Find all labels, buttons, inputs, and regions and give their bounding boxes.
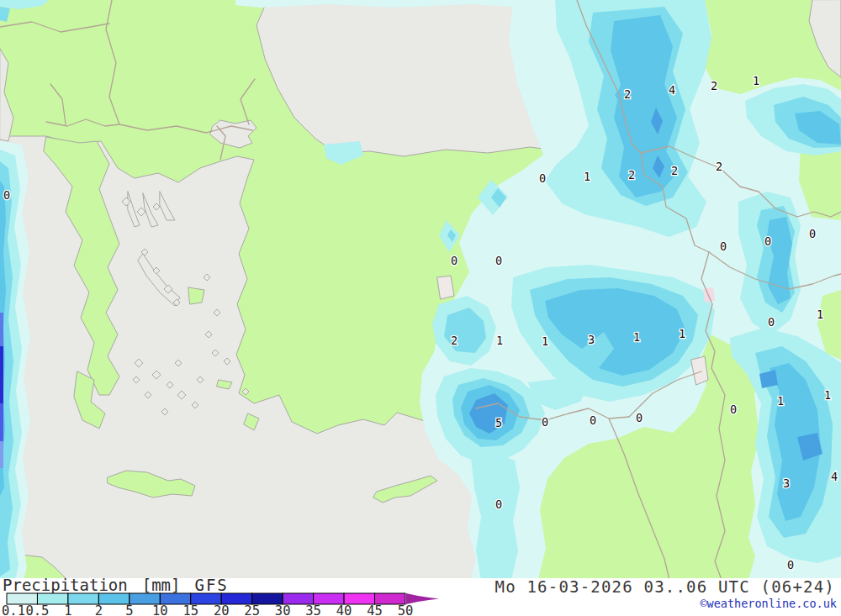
contour-label: 1 <box>777 394 784 408</box>
contour-label: 2 <box>671 164 678 177</box>
contour-label: 4 <box>831 470 838 483</box>
strip-blue3 <box>0 441 3 468</box>
lake-tuz <box>437 276 454 299</box>
contour-label: 0 <box>590 413 596 427</box>
contour-label: 4 <box>669 83 675 97</box>
contour-label: 0 <box>720 240 727 253</box>
contour-label: 2 <box>451 334 458 347</box>
contour-label: 3 <box>783 476 790 490</box>
contour-label: 0 <box>539 171 546 185</box>
contour-label: 1 <box>542 334 548 348</box>
contour-label: 0 <box>636 411 643 424</box>
legend-tick-label: 0.5 <box>25 603 49 616</box>
contour-label: 0 <box>542 415 548 429</box>
copyright-link[interactable]: ©weatheronline.co.uk <box>700 597 837 610</box>
legend-tick-label: 25 <box>244 603 260 616</box>
legend-tick-label: 30 <box>275 603 291 616</box>
island-lesbos <box>188 287 204 304</box>
contour-label: 1 <box>633 330 640 344</box>
legend-tick-label: 45 <box>367 603 383 616</box>
weather-map-page: 0002113110122224210001011340050000 Preci… <box>0 0 841 616</box>
legend-tick-label: 15 <box>182 603 198 616</box>
legend-tick-label: 5 <box>125 603 133 616</box>
contour-label: 1 <box>824 388 831 402</box>
contour-label: 0 <box>730 403 737 416</box>
legend-tick-label: 20 <box>214 603 230 616</box>
legend-tick-label: 50 <box>398 603 414 616</box>
contour-label: 1 <box>496 334 503 347</box>
contour-label: 1 <box>584 170 590 183</box>
contour-label: 0 <box>495 498 502 511</box>
contour-label: 0 <box>809 227 816 240</box>
contour-label: 0 <box>451 254 458 267</box>
legend-tick-label: 1 <box>64 603 71 616</box>
strip-navy <box>0 346 3 403</box>
legend-bar: Precipitation[mm]GFS 0.10.51251015202530… <box>0 578 841 616</box>
legend-tick-label: 10 <box>152 603 168 616</box>
contour-label: 0 <box>3 188 10 202</box>
contour-label: 1 <box>753 74 759 87</box>
strip-blue1 <box>0 313 3 346</box>
contour-label: 2 <box>624 87 631 101</box>
legend-tick-label: 2 <box>95 603 103 616</box>
contour-label: 5 <box>495 416 502 429</box>
legend-tick-label: 0.1 <box>2 603 25 616</box>
contour-label: 2 <box>628 168 635 182</box>
precip-heavy-caucasus <box>611 15 678 197</box>
contour-label: 0 <box>495 254 502 267</box>
lake-pink <box>703 287 715 303</box>
legend-tick-label: 40 <box>336 603 352 616</box>
contour-label: 2 <box>711 79 717 92</box>
precipitation-map: 0002113110122224210001011340050000 <box>0 0 841 580</box>
contour-label: 2 <box>716 160 722 173</box>
legend-colorbar: 0.10.5125101520253035404550 <box>0 578 471 616</box>
strip-blue2 <box>0 403 3 441</box>
contour-label: 1 <box>679 327 685 340</box>
contour-label: 3 <box>588 333 595 346</box>
contour-label: 1 <box>817 308 823 321</box>
contour-label: 0 <box>787 558 794 571</box>
forecast-datetime: Mo 16-03-2026 03..06 UTC (06+24) <box>495 577 835 596</box>
legend-tick-label: 35 <box>305 603 321 616</box>
contour-label: 0 <box>768 315 775 329</box>
contour-label: 0 <box>764 234 771 248</box>
